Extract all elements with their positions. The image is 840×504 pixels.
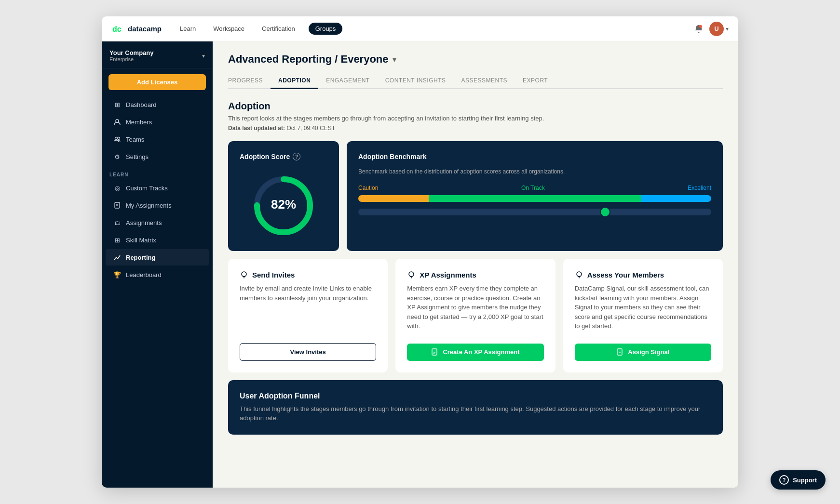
sidebar-item-label: Skill Matrix (126, 237, 156, 244)
sidebar-item-label: Teams (126, 136, 144, 143)
logo-text: datacamp (128, 25, 162, 33)
tab-engagement[interactable]: ENGAGEMENT (318, 73, 377, 89)
section-desc: This report looks at the stages members … (228, 115, 723, 122)
sidebar-item-leaderboard[interactable]: 🏆 Leaderboard (106, 266, 209, 283)
info-cards-row: Send Invites Invite by email and create … (228, 259, 723, 372)
content-area: Advanced Reporting / Everyone ▾ PROGRESS… (213, 41, 738, 488)
bulb-icon-assess (575, 270, 583, 279)
support-icon: ? (779, 475, 789, 485)
tab-adoption[interactable]: ADOPTION (271, 73, 318, 89)
assign-signal-button[interactable]: Assign Signal (575, 344, 711, 361)
svg-point-3 (115, 137, 118, 140)
teams-icon (113, 135, 121, 143)
benchmark-bar (358, 195, 711, 202)
label-caution: Caution (358, 185, 378, 191)
benchmark-track (358, 209, 711, 215)
skill-matrix-icon: ⊞ (113, 236, 121, 244)
assess-members-title: Assess Your Members (575, 270, 711, 279)
company-sub: Enterprise (109, 56, 154, 62)
custom-tracks-icon: ◎ (113, 184, 121, 192)
tab-export[interactable]: EXPORT (515, 73, 555, 89)
support-button[interactable]: ? Support (771, 470, 826, 490)
sidebar-item-skill-matrix[interactable]: ⊞ Skill Matrix (106, 232, 209, 248)
page-dropdown-icon[interactable]: ▾ (393, 55, 396, 64)
xp-assignments-title: XP Assignments (407, 270, 543, 279)
logo[interactable]: dc datacamp (111, 22, 162, 36)
svg-rect-5 (115, 202, 120, 208)
create-xp-assignment-button[interactable]: Create An XP Assignment (407, 344, 543, 361)
info-card-send-invites: Send Invites Invite by email and create … (228, 259, 388, 372)
sidebar-section-learn: LEARN (102, 165, 213, 179)
tab-assessments[interactable]: ASSESSMENTS (454, 73, 515, 89)
info-icon[interactable]: ? (293, 153, 300, 160)
svg-point-4 (118, 137, 120, 140)
sidebar-item-assignments[interactable]: 🗂 Assignments (106, 214, 209, 231)
gauge-container: 82% (240, 172, 327, 239)
sidebar-item-settings[interactable]: ⚙ Settings (106, 148, 209, 165)
sidebar-item-label: Dashboard (126, 101, 157, 108)
cards-row: Adoption Score ? 82% Adoption Benchmark (228, 141, 723, 251)
assignment-icon (431, 348, 439, 356)
assignments-icon: 🗂 (113, 219, 121, 226)
top-nav: dc datacamp Learn Workspace Certificatio… (102, 16, 738, 41)
nav-groups[interactable]: Groups (309, 23, 343, 35)
svg-point-16 (577, 272, 582, 277)
send-invites-desc: Invite by email and create Invite Links … (240, 284, 376, 331)
xp-assignments-desc: Members earn XP every time they complete… (407, 284, 543, 331)
info-card-assess-members: Assess Your Members DataCamp Signal, our… (563, 259, 723, 372)
send-invites-title: Send Invites (240, 270, 376, 279)
funnel-card: User Adoption Funnel This funnel highlig… (228, 380, 723, 435)
sidebar-item-dashboard[interactable]: ⊞ Dashboard (106, 96, 209, 113)
company-name: Your Company (109, 49, 154, 56)
sidebar-item-members[interactable]: Members (106, 114, 209, 130)
page-header: Advanced Reporting / Everyone ▾ (228, 53, 723, 66)
top-nav-right: U ▾ (694, 22, 729, 36)
bulb-icon-xp (407, 270, 416, 279)
benchmark-labels: Caution On Track Excellent (358, 185, 711, 191)
page-title: Advanced Reporting / Everyone (228, 53, 389, 66)
nav-certification[interactable]: Certification (258, 23, 299, 34)
my-assignments-icon (113, 201, 121, 209)
tab-progress[interactable]: PROGRESS (228, 73, 271, 89)
main-layout: Your Company Enterprise ▾ Add Licenses ⊞… (102, 41, 738, 488)
support-label: Support (793, 477, 817, 484)
sidebar-item-label: My Assignments (126, 202, 172, 209)
view-invites-button[interactable]: View Invites (240, 343, 376, 361)
bell-icon[interactable] (694, 24, 704, 34)
sidebar-item-teams[interactable]: Teams (106, 131, 209, 147)
section-title: Adoption (228, 101, 723, 112)
gauge-chart: 82% (250, 172, 317, 239)
sidebar-item-label: Members (126, 119, 152, 126)
info-card-xp-assignments: XP Assignments Members earn XP every tim… (395, 259, 555, 372)
add-licenses-button[interactable]: Add Licenses (108, 74, 206, 90)
sidebar-item-label: Assignments (126, 219, 162, 226)
benchmark-subtitle: Benchmark based on the distribution of a… (358, 168, 711, 175)
sidebar-item-reporting[interactable]: Reporting (106, 249, 209, 265)
svg-point-11 (409, 272, 414, 277)
sidebar-item-custom-tracks[interactable]: ◎ Custom Tracks (106, 180, 209, 196)
sidebar-item-label: Settings (126, 153, 149, 160)
gauge-value: 82% (271, 197, 296, 212)
settings-icon: ⚙ (113, 153, 121, 160)
benchmark-card: Adoption Benchmark Benchmark based on th… (347, 141, 723, 251)
nav-learn[interactable]: Learn (176, 23, 200, 34)
funnel-desc: This funnel highlights the stages member… (240, 404, 711, 423)
reporting-icon (113, 253, 121, 261)
sidebar-item-label: Custom Tracks (126, 185, 168, 192)
tab-content-insights[interactable]: CONTENT INSIGHTS (378, 73, 454, 89)
avatar-area[interactable]: U ▾ (709, 22, 729, 36)
svg-point-1 (699, 25, 702, 28)
svg-point-2 (116, 119, 119, 122)
members-icon (113, 118, 121, 126)
label-ontrack: On Track (378, 185, 688, 191)
adoption-score-title: Adoption Score ? (240, 153, 300, 160)
benchmark-indicator (600, 207, 610, 217)
company-header[interactable]: Your Company Enterprise ▾ (102, 41, 213, 68)
nav-workspace[interactable]: Workspace (209, 23, 248, 34)
adoption-score-card: Adoption Score ? 82% (228, 141, 339, 251)
funnel-title: User Adoption Funnel (240, 392, 711, 400)
sidebar-item-my-assignments[interactable]: My Assignments (106, 197, 209, 213)
leaderboard-icon: 🏆 (113, 271, 121, 279)
data-updated: Data last updated at: Oct 7, 09:40 CEST (228, 125, 723, 132)
tabs: PROGRESS ADOPTION ENGAGEMENT CONTENT INS… (228, 73, 723, 89)
